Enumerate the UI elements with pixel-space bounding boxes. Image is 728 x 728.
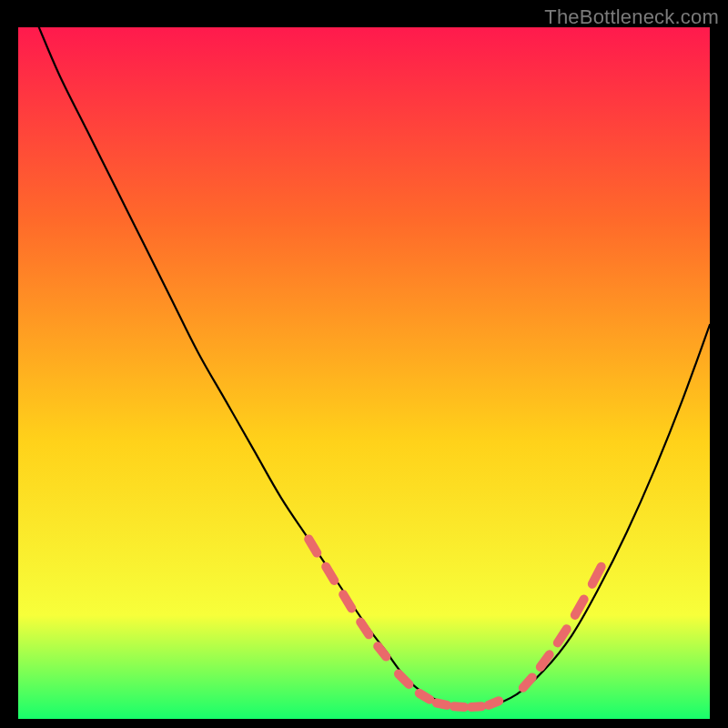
- gradient-background: [18, 27, 710, 719]
- dash-marker: [454, 706, 464, 707]
- dash-marker: [378, 646, 386, 656]
- dash-marker: [420, 693, 430, 700]
- watermark-text: TheBottleneck.com: [544, 5, 719, 29]
- dash-marker: [437, 703, 447, 705]
- dash-marker: [489, 701, 499, 705]
- dash-marker: [471, 706, 481, 707]
- chart-svg: [18, 27, 710, 719]
- bottleneck-chart: [18, 27, 710, 719]
